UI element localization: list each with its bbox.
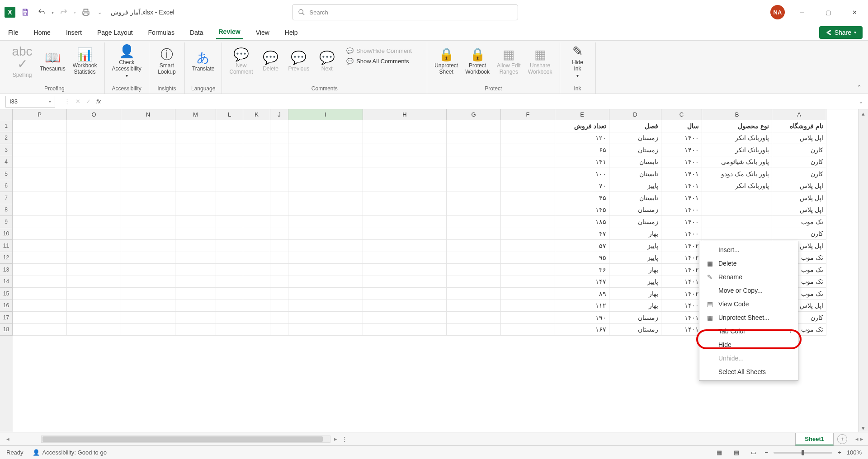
cell-I14[interactable] (288, 276, 363, 288)
hscroll-left-arrow[interactable]: ◂ (6, 436, 9, 442)
cell-J3[interactable] (270, 144, 288, 156)
cell-L6[interactable] (216, 180, 243, 192)
zoom-out-button[interactable]: − (765, 449, 769, 456)
cell-D5[interactable]: تابستان (609, 168, 661, 180)
cell-G7[interactable] (447, 192, 501, 204)
redo-dropdown[interactable]: ▾ (74, 10, 76, 15)
col-header-N[interactable]: N (121, 109, 175, 120)
col-header-B[interactable]: B (702, 109, 772, 120)
row-header-9[interactable]: 9 (0, 216, 13, 228)
cell-H10[interactable] (363, 228, 447, 240)
row-header-11[interactable]: 11 (0, 240, 13, 252)
cell-H14[interactable] (363, 276, 447, 288)
cell-L10[interactable] (216, 228, 243, 240)
search-box[interactable]: Search (292, 4, 518, 20)
cell-I4[interactable] (288, 156, 363, 169)
cell-L3[interactable] (216, 144, 243, 156)
cell-A7[interactable]: اپل پلاس (772, 192, 826, 204)
cell-P12[interactable] (13, 252, 67, 264)
cell-O12[interactable] (67, 252, 121, 264)
customize-qat-dropdown[interactable]: ⌄ (98, 9, 102, 15)
cell-N3[interactable] (121, 144, 175, 156)
cell-J18[interactable] (270, 324, 288, 336)
cell-P2[interactable] (13, 132, 67, 145)
row-header-12[interactable]: 12 (0, 252, 13, 264)
cell-O9[interactable] (67, 216, 121, 228)
cell-P6[interactable] (13, 180, 67, 192)
row-header-13[interactable]: 13 (0, 264, 13, 276)
cell-I11[interactable] (288, 240, 363, 252)
cell-I18[interactable] (288, 324, 363, 336)
tab-insert[interactable]: Insert (63, 26, 85, 39)
cell-C13[interactable]: ۱۴۰۲ (661, 264, 702, 276)
cell-G5[interactable] (447, 168, 501, 180)
cell-P10[interactable] (13, 228, 67, 240)
col-header-D[interactable]: D (609, 109, 661, 120)
cell-L14[interactable] (216, 276, 243, 288)
cell-B10[interactable] (702, 228, 772, 240)
cell-O18[interactable] (67, 324, 121, 336)
cell-E18[interactable]: ۱۶۷ (555, 324, 609, 336)
cell-F4[interactable] (501, 156, 555, 169)
sheet-tab-sheet1[interactable]: Sheet1 (795, 433, 834, 445)
cell-A8[interactable]: اپل پلاس (772, 204, 826, 216)
cell-I7[interactable] (288, 192, 363, 204)
cell-D1[interactable]: فصل (609, 120, 661, 132)
cell-L7[interactable] (216, 192, 243, 204)
cell-J13[interactable] (270, 264, 288, 276)
cell-G1[interactable] (447, 120, 501, 132)
cell-G8[interactable] (447, 204, 501, 216)
cell-B7[interactable] (702, 192, 772, 204)
cell-F12[interactable] (501, 252, 555, 264)
cell-B5[interactable]: پاور بانک مک دودو (702, 168, 772, 180)
cell-D17[interactable]: زمستان (609, 312, 661, 324)
cell-E3[interactable]: ۶۵ (555, 144, 609, 156)
cell-N16[interactable] (121, 300, 175, 312)
cell-F15[interactable] (501, 288, 555, 300)
cell-O11[interactable] (67, 240, 121, 252)
cell-J9[interactable] (270, 216, 288, 228)
menu-delete[interactable]: ▦Delete (699, 257, 798, 270)
cell-K3[interactable] (243, 144, 270, 156)
cell-K15[interactable] (243, 288, 270, 300)
cell-E12[interactable]: ۹۵ (555, 252, 609, 264)
cell-F18[interactable] (501, 324, 555, 336)
cell-K17[interactable] (243, 312, 270, 324)
cell-P1[interactable] (13, 120, 67, 132)
col-header-J[interactable]: J (270, 109, 288, 120)
cell-G9[interactable] (447, 216, 501, 228)
cell-C18[interactable]: ۱۴۰۱ (661, 324, 702, 336)
cell-D14[interactable]: پاییز (609, 276, 661, 288)
cell-L5[interactable] (216, 168, 243, 180)
add-sheet-button[interactable]: + (837, 434, 847, 444)
row-header-4[interactable]: 4 (0, 156, 13, 169)
cell-C10[interactable]: ۱۴۰۰ (661, 228, 702, 240)
cell-D9[interactable]: زمستان (609, 216, 661, 228)
cell-K6[interactable] (243, 180, 270, 192)
cell-P3[interactable] (13, 144, 67, 156)
name-box[interactable]: I33▾ (5, 96, 55, 108)
row-header-3[interactable]: 3 (0, 144, 13, 156)
col-header-L[interactable]: L (216, 109, 243, 120)
cell-F8[interactable] (501, 204, 555, 216)
cell-B3[interactable]: پاوربانک انکر (702, 144, 772, 156)
cell-F5[interactable] (501, 168, 555, 180)
smart-lookup-button[interactable]: ⓘSmart Lookup (154, 43, 180, 80)
cell-O10[interactable] (67, 228, 121, 240)
expand-formula-bar-button[interactable]: ⌄ (854, 98, 868, 105)
vertical-scrollbar[interactable]: ▴ ▾ (858, 109, 868, 432)
cell-H16[interactable] (363, 300, 447, 312)
scroll-up-arrow[interactable]: ▴ (859, 109, 868, 117)
cell-C17[interactable]: ۱۴۰۱ (661, 312, 702, 324)
cell-N15[interactable] (121, 288, 175, 300)
cell-M7[interactable] (175, 192, 216, 204)
cell-J16[interactable] (270, 300, 288, 312)
cell-H1[interactable] (363, 120, 447, 132)
cell-A1[interactable]: نام فروشگاه (772, 120, 826, 132)
cell-C15[interactable]: ۱۴۰۲ (661, 288, 702, 300)
cell-I6[interactable] (288, 180, 363, 192)
zoom-thumb[interactable] (802, 450, 804, 455)
cell-P5[interactable] (13, 168, 67, 180)
cell-F7[interactable] (501, 192, 555, 204)
col-header-M[interactable]: M (175, 109, 216, 120)
